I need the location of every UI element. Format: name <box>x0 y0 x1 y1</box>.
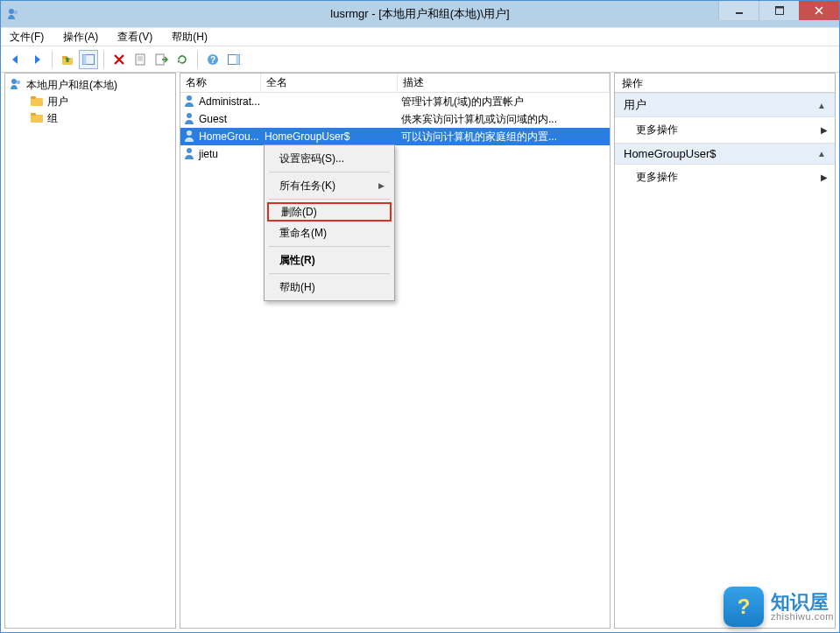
help-button[interactable]: ? <box>203 50 222 69</box>
context-set-password-label: 设置密码(S)... <box>279 151 344 166</box>
close-button[interactable] <box>799 1 839 20</box>
tree-panel: 本地用户和组(本地) 用户 组 <box>4 73 176 629</box>
folder-icon <box>30 110 44 127</box>
svg-point-19 <box>17 81 20 84</box>
watermark: ? 知识屋 zhishiwu.com <box>724 587 834 627</box>
svg-point-27 <box>187 148 192 153</box>
context-all-tasks-label: 所有任务(K) <box>279 179 335 193</box>
context-delete-label: 删除(D) <box>281 205 317 220</box>
minimize-button[interactable] <box>718 1 759 20</box>
row-name: jietu <box>199 148 218 160</box>
action-more-users-label: 更多操作 <box>636 123 678 137</box>
export-button[interactable] <box>152 50 171 69</box>
context-delete[interactable]: 删除(D) <box>267 202 392 222</box>
action-more-homegroup[interactable]: 更多操作 ▶ <box>615 165 835 190</box>
svg-point-26 <box>187 130 192 136</box>
context-separator <box>269 172 390 172</box>
user-icon <box>182 111 196 128</box>
svg-rect-20 <box>31 98 43 106</box>
context-separator <box>269 246 390 247</box>
col-header-desc[interactable]: 描述 <box>398 73 610 93</box>
up-folder-button[interactable] <box>58 50 77 69</box>
menu-view[interactable]: 查看(V) <box>114 28 156 46</box>
arrow-right-icon: ▶ <box>821 172 828 182</box>
svg-point-1 <box>14 11 18 14</box>
tree-root[interactable]: 本地用户和组(本地) <box>7 77 173 94</box>
app-icon <box>6 7 20 21</box>
svg-rect-4 <box>775 7 783 9</box>
context-rename-label: 重命名(M) <box>279 226 327 241</box>
action-section-users-label: 用户 <box>624 97 646 113</box>
context-separator <box>269 273 390 274</box>
user-icon <box>182 94 196 110</box>
list-row[interactable]: jietu <box>180 145 610 163</box>
users-groups-icon <box>9 77 23 94</box>
list-row-selected[interactable]: HomeGrou... HomeGroupUser$ 可以访问计算机的家庭组的内… <box>180 128 610 145</box>
window-controls <box>718 1 839 20</box>
window-title: lusrmgr - [本地用户和组(本地)\用户] <box>1 6 839 22</box>
tree-root-label: 本地用户和组(本地) <box>26 78 117 93</box>
toolbar-divider-2 <box>103 51 104 68</box>
tree-users-label: 用户 <box>47 95 68 109</box>
menu-bar: 文件(F) 操作(A) 查看(V) 帮助(H) <box>1 27 839 46</box>
toolbar: ? <box>1 46 839 73</box>
show-hide-tree-button[interactable] <box>79 50 98 69</box>
delete-button[interactable] <box>109 50 129 69</box>
list-row[interactable]: Administrat... 管理计算机(域)的内置帐户 <box>180 93 610 110</box>
svg-point-24 <box>187 95 192 101</box>
properties-button[interactable] <box>131 50 150 69</box>
svg-point-25 <box>187 113 192 118</box>
action-section-users[interactable]: 用户 ▲ <box>615 93 835 117</box>
svg-point-0 <box>9 9 14 14</box>
col-header-name[interactable]: 名称 <box>180 73 261 93</box>
row-name: HomeGrou... <box>199 130 259 143</box>
tree-groups-label: 组 <box>47 111 58 126</box>
row-name: Guest <box>199 113 227 125</box>
toolbar-divider-3 <box>197 51 198 68</box>
action-more-users[interactable]: 更多操作 ▶ <box>615 117 835 143</box>
context-rename[interactable]: 重命名(M) <box>267 222 392 243</box>
show-hide-action-button[interactable] <box>224 50 244 69</box>
list-body: Administrat... 管理计算机(域)的内置帐户 Guest 供来宾访问… <box>180 93 610 163</box>
svg-text:?: ? <box>210 55 215 65</box>
chevron-up-icon: ▲ <box>817 149 826 158</box>
menu-action[interactable]: 操作(A) <box>60 28 102 46</box>
menu-file[interactable]: 文件(F) <box>6 28 47 46</box>
back-button[interactable] <box>6 50 25 69</box>
action-section-homegroup[interactable]: HomeGroupUser$ ▲ <box>615 143 835 165</box>
svg-rect-17 <box>236 54 240 64</box>
list-row[interactable]: Guest 供来宾访问计算机或访问域的内... <box>180 110 610 128</box>
col-header-fullname[interactable]: 全名 <box>261 73 398 93</box>
svg-rect-8 <box>83 54 87 64</box>
row-name: Administrat... <box>199 95 260 108</box>
svg-rect-23 <box>31 113 36 116</box>
action-header: 操作 <box>615 74 835 93</box>
menu-help[interactable]: 帮助(H) <box>168 28 211 46</box>
context-help-label: 帮助(H) <box>279 280 315 295</box>
action-more-homegroup-label: 更多操作 <box>636 170 678 185</box>
row-fullname: HomeGroupUser$ <box>261 130 398 143</box>
svg-point-18 <box>11 79 17 84</box>
folder-icon <box>30 94 44 110</box>
tree-item-users[interactable]: 用户 <box>7 94 173 110</box>
tree-item-groups[interactable]: 组 <box>7 110 173 127</box>
svg-rect-2 <box>736 12 743 14</box>
svg-rect-9 <box>136 54 145 65</box>
user-icon <box>182 146 196 163</box>
row-desc: 可以访问计算机的家庭组的内置... <box>398 130 610 144</box>
maximize-button[interactable] <box>759 1 799 20</box>
context-properties[interactable]: 属性(R) <box>267 250 392 271</box>
watermark-badge-icon: ? <box>724 587 764 627</box>
row-desc: 供来宾访问计算机或访问域的内... <box>398 112 610 127</box>
title-bar: lusrmgr - [本地用户和组(本地)\用户] <box>1 1 839 27</box>
svg-rect-22 <box>31 115 43 123</box>
context-all-tasks[interactable]: 所有任务(K) <box>267 175 392 196</box>
forward-button[interactable] <box>27 50 46 69</box>
refresh-button[interactable] <box>173 50 192 69</box>
context-help[interactable]: 帮助(H) <box>267 277 392 298</box>
watermark-cn: 知识屋 <box>771 592 834 612</box>
context-set-password[interactable]: 设置密码(S)... <box>267 148 392 169</box>
context-separator <box>269 199 390 200</box>
context-properties-label: 属性(R) <box>279 254 315 266</box>
watermark-url: zhishiwu.com <box>771 612 834 622</box>
